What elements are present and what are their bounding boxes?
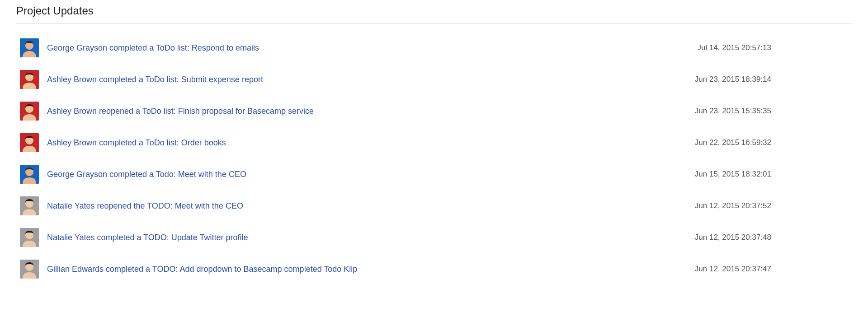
update-row: Natalie Yates reopened the TODO: Meet wi… — [20, 190, 848, 222]
divider — [16, 23, 852, 24]
avatar — [20, 133, 39, 152]
update-summary-link[interactable]: George Grayson completed a ToDo list: Re… — [47, 43, 686, 53]
avatar — [20, 70, 39, 89]
project-updates-widget: Project Updates George Grayson completed… — [0, 0, 868, 294]
update-row: George Grayson completed a Todo: Meet wi… — [20, 158, 848, 190]
update-timestamp: Jun 15, 2015 18:32:01 — [695, 170, 771, 179]
update-row: Gillian Edwards completed a TODO: Add dr… — [20, 253, 848, 285]
update-timestamp: Jun 12, 2015 20:37:47 — [695, 265, 771, 274]
update-timestamp: Jun 23, 2015 18:39:14 — [695, 75, 771, 84]
update-summary-link[interactable]: Ashley Brown completed a ToDo list: Orde… — [47, 138, 684, 148]
update-timestamp: Jun 12, 2015 20:37:48 — [695, 233, 771, 242]
update-row: Ashley Brown reopened a ToDo list: Finis… — [20, 95, 848, 127]
update-summary-link[interactable]: Ashley Brown reopened a ToDo list: Finis… — [47, 107, 684, 116]
avatar — [20, 196, 39, 215]
update-timestamp: Jun 22, 2015 16:59:32 — [695, 138, 771, 147]
avatar — [20, 165, 39, 184]
update-summary-link[interactable]: George Grayson completed a Todo: Meet wi… — [47, 170, 684, 179]
update-timestamp: Jun 12, 2015 20:37:52 — [695, 201, 771, 210]
update-timestamp: Jul 14, 2015 20:57:13 — [697, 43, 771, 52]
update-summary-link[interactable]: Natalie Yates reopened the TODO: Meet wi… — [47, 201, 684, 211]
update-summary-link[interactable]: Ashley Brown completed a ToDo list: Subm… — [47, 75, 684, 84]
avatar — [20, 260, 39, 279]
update-row: George Grayson completed a ToDo list: Re… — [20, 32, 848, 64]
avatar — [20, 38, 39, 57]
update-timestamp: Jun 23, 2015 15:35:35 — [695, 107, 771, 116]
update-row: Ashley Brown completed a ToDo list: Subm… — [20, 64, 848, 95]
avatar — [20, 102, 39, 121]
update-summary-link[interactable]: Natalie Yates completed a TODO: Update T… — [47, 233, 684, 242]
avatar — [20, 228, 39, 247]
widget-title: Project Updates — [16, 5, 852, 20]
update-row: Ashley Brown completed a ToDo list: Orde… — [20, 127, 848, 158]
update-row: Natalie Yates completed a TODO: Update T… — [20, 222, 848, 253]
update-summary-link[interactable]: Gillian Edwards completed a TODO: Add dr… — [47, 265, 684, 274]
update-list: George Grayson completed a ToDo list: Re… — [16, 32, 852, 285]
